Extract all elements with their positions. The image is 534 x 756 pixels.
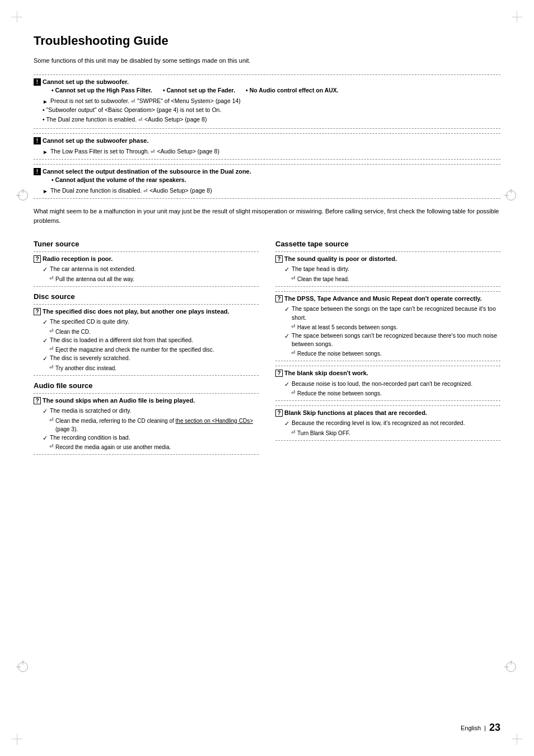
problem-title-2: Cannot set up the subwoofer phase. (43, 137, 148, 145)
cass-block-1: ? The sound quality is poor or distorted… (275, 251, 500, 287)
question-icon-disc1: ? (34, 308, 41, 315)
audio-section-header: Audio file source (34, 381, 259, 390)
arrow-item-1: ► Preout is not set to subwoofer. ⏎ "SWP… (43, 97, 500, 106)
problem-title-1: Cannot set up the subwoofer. Cannot set … (43, 78, 339, 95)
tuner-cause-1: ✓ The car antenna is not extended. (43, 265, 259, 274)
cass-problem-1: The sound quality is poor or distorted. (284, 255, 397, 263)
disc-section-header: Disc source (34, 292, 259, 301)
arrow-item-3: ► The Dual zone function is disabled. ⏎ … (43, 186, 500, 195)
cass-ref-2-1: ⏎ Have at least 5 seconds between songs. (291, 323, 500, 332)
cass-cause-3-1: ✓ Because noise is too loud, the non-rec… (284, 380, 500, 389)
arrow-item-2: ► The Low Pass Filter is set to Through.… (43, 147, 500, 156)
audio-cause-1: ✓ The media is scratched or dirty. (43, 407, 259, 416)
tuner-block-1: ? Radio reception is poor. ✓ The car ant… (34, 251, 259, 287)
disc-cause-2: ✓ The disc is loaded in a different slot… (43, 336, 259, 346)
question-icon-cass4: ? (275, 409, 283, 417)
cass-ref-1-1: ⏎ Clean the tape head. (291, 275, 500, 283)
cass-cause-1-1: ✓ The tape head is dirty. (284, 265, 500, 274)
disc-problem-1: The specified disc does not play, but an… (43, 307, 229, 316)
problem-block-2: ! Cannot set up the subwoofer phase. ► T… (34, 133, 500, 159)
disc-ref-1: ⏎ Clean the CD. (49, 328, 259, 336)
right-column: Cassette tape source ? The sound quality… (275, 234, 500, 459)
audio-cause-2: ✓ The recording condition is bad. (43, 433, 259, 443)
tuner-section-header: Tuner source (34, 240, 259, 248)
question-icon-cass1: ? (275, 255, 283, 263)
page-number: 23 (489, 722, 500, 734)
footer-language: English (461, 725, 481, 731)
cass-problem-4: Blank Skip functions at places that are … (284, 409, 427, 417)
cass-ref-2-2: ⏎ Reduce the noise between songs. (291, 349, 500, 358)
sub-note-2: The Dual zone function is enabled. ⏎ <Au… (43, 115, 500, 124)
cass-cause-2-1: ✓ The space between the songs on the tap… (284, 305, 500, 323)
warning-icon-2: ! (34, 137, 41, 144)
page-footer: English | 23 (461, 722, 500, 734)
problem-title-3: Cannot select the output destination of … (43, 167, 251, 185)
warning-icon-3: ! (34, 168, 41, 175)
sub-note-1: "Subwoofer output" of <Baisc Operatiom> … (43, 106, 500, 115)
page-title: Troubleshooting Guide (34, 34, 500, 48)
disc-ref-3: ⏎ Try another disc instead. (49, 364, 259, 372)
disc-cause-3: ✓ The disc is severely scratched. (43, 354, 259, 363)
left-column: Tuner source ? Radio reception is poor. … (34, 234, 259, 459)
problem-block-3: ! Cannot select the output destination o… (34, 164, 500, 199)
cass-block-4: ? Blank Skip functions at places that ar… (275, 405, 500, 441)
warning-icon-1: ! (34, 78, 41, 86)
cass-cause-4-1: ✓ Because the recording level is low, it… (284, 419, 500, 428)
cass-block-2: ? The DPSS, Tape Advance and Music Repea… (275, 291, 500, 361)
question-icon-tuner1: ? (34, 255, 41, 263)
footer-separator: | (484, 725, 486, 731)
audio-problem-1: The sound skips when an Audio file is be… (43, 396, 195, 405)
tuner-problem-1: Radio reception is poor. (43, 255, 113, 263)
sub-problem-1-3: Cannot set up the Fader. (163, 87, 235, 94)
question-icon-audio1: ? (34, 397, 41, 404)
problem-block-1: ! Cannot set up the subwoofer. Cannot se… (34, 74, 500, 129)
cassette-section-header: Cassette tape source (275, 240, 500, 248)
sub-problem-3-2: Cannot adjust the volume of the rear spe… (51, 176, 186, 183)
cass-cause-2-2: ✓ The space between songs can't be recog… (284, 332, 500, 349)
middle-text: What might seem to be a malfunction in y… (34, 207, 500, 226)
tuner-ref-1: ⏎ Pull the antenna out all the way. (49, 275, 259, 283)
cass-ref-3-1: ⏎ Reduce the noise between songs. (291, 389, 500, 398)
disc-cause-1: ✓ The specified CD is quite dirty. (43, 318, 259, 327)
audio-block-1: ? The sound skips when an Audio file is … (34, 393, 259, 455)
cass-problem-2: The DPSS, Tape Advance and Music Repeat … (284, 295, 482, 303)
question-icon-cass3: ? (275, 370, 283, 377)
cass-problem-3: The blank skip doesn't work. (284, 369, 368, 377)
audio-ref-2: ⏎ Record the media again or use another … (49, 443, 259, 451)
cass-block-3: ? The blank skip doesn't work. ✓ Because… (275, 366, 500, 401)
sub-problem-1-4: No Audio control effect on AUX. (246, 87, 339, 94)
cass-ref-4-1: ⏎ Turn Blank Skip OFF. (291, 429, 500, 437)
disc-block-1: ? The specified disc does not play, but … (34, 304, 259, 376)
disc-ref-2: ⏎ Eject the magazine and check the numbe… (49, 346, 259, 354)
audio-ref-1: ⏎ Clean the media, referring to the CD c… (49, 417, 259, 433)
sub-problem-1-2: Cannot set up the High Pass Filter. (51, 87, 152, 94)
question-icon-cass2: ? (275, 295, 283, 302)
intro-text: Some functions of this unit may be disab… (34, 56, 500, 66)
